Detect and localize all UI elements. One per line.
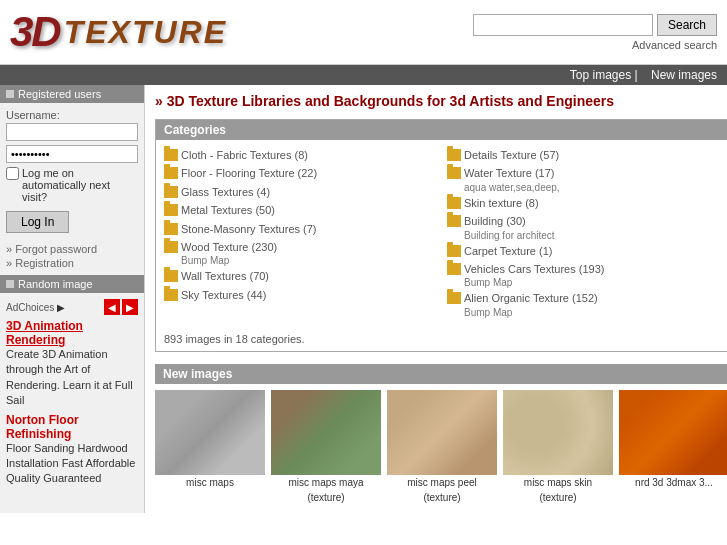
sidebar-links: Forgot password Registration	[0, 239, 144, 275]
category-link[interactable]: Stone-Masonry Textures (7)	[181, 223, 317, 235]
folder-icon	[164, 270, 178, 282]
folder-icon	[447, 245, 461, 257]
section-square-icon2	[6, 280, 14, 288]
logo-3d: 3D	[10, 8, 60, 56]
category-link[interactable]: Wall Textures (70)	[181, 270, 269, 282]
new-images-link[interactable]: New images	[651, 68, 717, 82]
forgot-password-link[interactable]: Forgot password	[6, 243, 138, 255]
folder-icon	[447, 197, 461, 209]
category-item: Stone-Masonry Textures (7)	[164, 222, 437, 237]
category-link[interactable]: Cloth - Fabric Textures (8)	[181, 149, 308, 161]
random-image-header: Random image	[0, 275, 144, 293]
category-link[interactable]: Sky Textures (44)	[181, 289, 266, 301]
image-thumbnail[interactable]: misc maps maya (texture)	[271, 390, 381, 505]
image-thumbnail[interactable]: misc maps	[155, 390, 265, 505]
ad-nav: ◀ ▶	[104, 299, 138, 315]
top-images-link[interactable]: Top images	[570, 68, 631, 82]
nav-separator: |	[635, 68, 638, 82]
username-input[interactable]	[6, 123, 138, 141]
category-link[interactable]: Glass Textures (4)	[181, 186, 270, 198]
search-box-row: Search	[473, 14, 717, 36]
registered-users-header: Registered users	[0, 85, 144, 103]
category-item: Wood Texture (230) Bump Map	[164, 240, 437, 266]
category-link[interactable]: Carpet Texture (1)	[464, 245, 552, 257]
sidebar: Registered users Username: Log me on aut…	[0, 85, 145, 513]
category-item: Water Texture (17) aqua water,sea,deep,	[447, 166, 720, 192]
thumb-image	[387, 390, 497, 475]
registration-link[interactable]: Registration	[6, 257, 138, 269]
ad-link[interactable]: Norton Floor Refinishing	[6, 413, 138, 441]
cat-sub: aqua water,sea,deep,	[464, 182, 560, 193]
ad-play-icon: ▶	[57, 302, 65, 313]
image-thumbnail[interactable]: nrd 3d 3dmax 3...	[619, 390, 727, 505]
advanced-search-link[interactable]: Advanced search	[632, 39, 717, 51]
category-link[interactable]: Metal Textures (50)	[181, 204, 275, 216]
ad-title2[interactable]: Rendering	[6, 333, 65, 347]
new-images-section: New images misc maps misc maps maya (tex…	[155, 364, 727, 505]
category-link[interactable]: Alien Organic Texture (152)	[464, 292, 598, 304]
thumb-image	[155, 390, 265, 475]
category-link[interactable]: Skin texture (8)	[464, 197, 539, 209]
ad-choices-label: AdChoices	[6, 302, 54, 313]
folder-icon	[164, 149, 178, 161]
search-button[interactable]: Search	[657, 14, 717, 36]
category-link[interactable]: Details Texture (57)	[464, 149, 559, 161]
categories-left-col: Cloth - Fabric Textures (8) Floor - Floo…	[164, 148, 437, 321]
categories-box: Categories Cloth - Fabric Textures (8) F…	[155, 119, 727, 352]
page-title: 3D Texture Libraries and Backgrounds for…	[155, 93, 727, 109]
autologin-text: Log me on automatically next visit?	[22, 167, 138, 203]
category-item: Carpet Texture (1)	[447, 244, 720, 259]
folder-icon	[447, 167, 461, 179]
cat-sub: Building for architect	[464, 230, 555, 241]
image-thumbnail[interactable]: misc maps peel (texture)	[387, 390, 497, 505]
images-row: misc maps misc maps maya (texture) misc …	[155, 390, 727, 505]
autologin-checkbox[interactable]	[6, 167, 19, 180]
category-item: Wall Textures (70)	[164, 269, 437, 284]
category-item: Floor - Flooring Texture (22)	[164, 166, 437, 181]
category-link[interactable]: Building (30)	[464, 215, 526, 227]
category-item: Details Texture (57)	[447, 148, 720, 163]
thumb-sub: (texture)	[387, 490, 497, 505]
categories-count: 893 images in 18 categories.	[156, 329, 727, 351]
category-item: Sky Textures (44)	[164, 288, 437, 303]
search-input[interactable]	[473, 14, 653, 36]
folder-icon	[164, 289, 178, 301]
thumb-label: misc maps skin	[503, 475, 613, 490]
categories-header: Categories	[156, 120, 727, 140]
category-item: Metal Textures (50)	[164, 203, 437, 218]
ad-body: Create 3D Animation through the Art of R…	[6, 347, 138, 409]
autologin-row: Log me on automatically next visit?	[6, 167, 138, 203]
folder-icon	[164, 241, 178, 253]
thumb-sub: (texture)	[503, 490, 613, 505]
password-input[interactable]	[6, 145, 138, 163]
categories-right-col: Details Texture (57) Water Texture (17) …	[447, 148, 720, 321]
random-image-label: Random image	[18, 278, 93, 290]
header: 3D TEXTURE Search Advanced search	[0, 0, 727, 65]
ad-prev-button[interactable]: ◀	[104, 299, 120, 315]
thumb-label: misc maps peel	[387, 475, 497, 490]
category-item: Building (30) Building for architect	[447, 214, 720, 240]
category-item: Cloth - Fabric Textures (8)	[164, 148, 437, 163]
top-nav: Top images | New images	[0, 65, 727, 85]
thumb-image	[619, 390, 727, 475]
category-link[interactable]: Water Texture (17)	[464, 167, 554, 179]
category-link[interactable]: Wood Texture (230)	[181, 241, 277, 253]
thumb-label: misc maps	[155, 475, 265, 490]
category-item: Skin texture (8)	[447, 196, 720, 211]
search-area: Search Advanced search	[473, 14, 717, 51]
folder-icon	[164, 186, 178, 198]
ad-next-button[interactable]: ▶	[122, 299, 138, 315]
folder-icon	[164, 204, 178, 216]
new-images-header: New images	[155, 364, 727, 384]
ad-title1[interactable]: 3D Animation	[6, 319, 83, 333]
folder-icon	[447, 263, 461, 275]
category-item: Glass Textures (4)	[164, 185, 437, 200]
category-link[interactable]: Vehicles Cars Textures (193)	[464, 263, 604, 275]
category-link[interactable]: Floor - Flooring Texture (22)	[181, 167, 317, 179]
categories-grid: Cloth - Fabric Textures (8) Floor - Floo…	[156, 140, 727, 329]
content-area: 3D Texture Libraries and Backgrounds for…	[145, 85, 727, 513]
thumb-image	[271, 390, 381, 475]
login-button[interactable]: Log In	[6, 211, 69, 233]
image-thumbnail[interactable]: misc maps skin (texture)	[503, 390, 613, 505]
cat-sub: Bump Map	[464, 277, 604, 288]
